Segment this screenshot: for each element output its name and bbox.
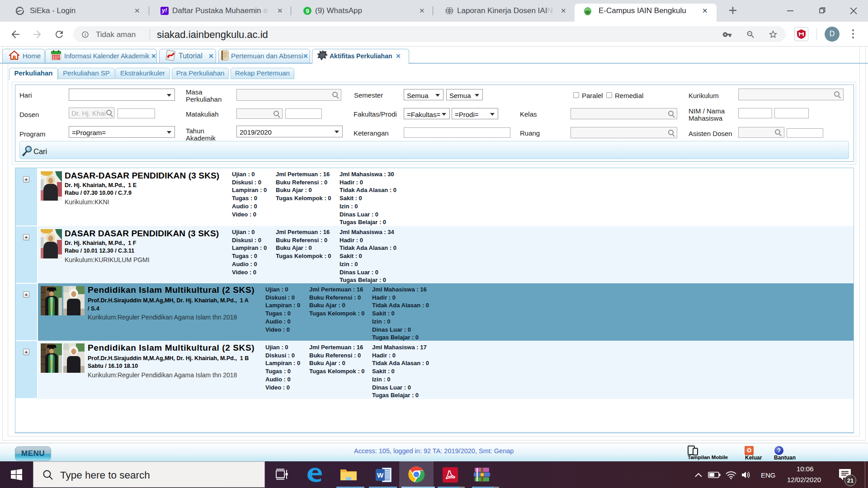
svg-text:W: W — [377, 471, 384, 479]
